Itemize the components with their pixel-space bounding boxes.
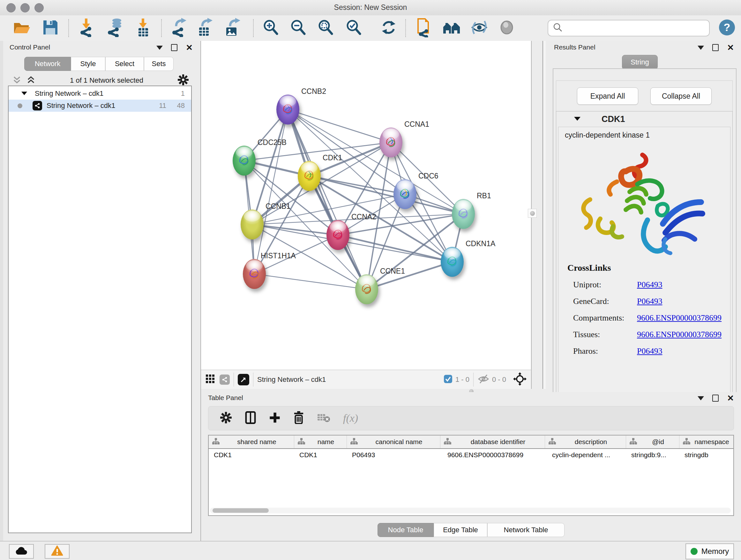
network-row-selected[interactable]: String Network – cdk1 11 48 (9, 100, 191, 112)
open-in-window-icon[interactable] (238, 374, 249, 385)
panel-close-icon[interactable]: ✕ (186, 44, 193, 51)
network-edge-CCNB2-CCNE1[interactable] (288, 110, 367, 289)
table-horizontal-scrollbar[interactable] (210, 508, 731, 513)
network-node-CCNE1[interactable] (355, 274, 378, 304)
zoom-selected-button[interactable] (343, 18, 364, 38)
entry-collapse-icon[interactable] (574, 116, 581, 123)
column-header-name[interactable]: name (294, 435, 347, 448)
import-network-button[interactable] (77, 18, 97, 38)
search-input[interactable] (565, 24, 709, 32)
show-columns-icon[interactable] (245, 411, 256, 425)
network-node-CDC25B[interactable] (232, 145, 256, 176)
cloud-status-button[interactable] (9, 544, 34, 559)
panel-menu-icon[interactable] (697, 396, 704, 400)
hide-panels-button[interactable] (469, 18, 489, 38)
network-edge-HIST1H1A-CCNE1[interactable] (254, 274, 367, 289)
panel-menu-icon[interactable] (697, 46, 704, 50)
home-button[interactable] (442, 18, 462, 38)
network-collection-row[interactable]: String Network – cdk1 1 (9, 87, 191, 100)
tab-network-table[interactable]: Network Table (487, 523, 564, 537)
import-table-button[interactable] (133, 18, 153, 38)
tab-string[interactable]: String (622, 55, 658, 70)
cell-database-identifier[interactable]: 9606.ENSP00000378699 (441, 449, 545, 462)
panel-close-icon[interactable]: ✕ (727, 44, 734, 51)
export-table-button[interactable] (195, 18, 215, 38)
crosslink-uniprot[interactable]: P06493 (637, 280, 662, 290)
network-options-gear-icon[interactable] (178, 74, 189, 87)
column-header-shared-name[interactable]: shared name (209, 435, 294, 448)
tree-expand-icon[interactable] (21, 89, 28, 98)
column-header-namespace[interactable]: namespace (679, 435, 733, 448)
tab-style[interactable]: Style (71, 57, 105, 71)
refresh-button[interactable] (379, 18, 399, 38)
crosslink-pharos[interactable]: P06493 (637, 347, 662, 356)
collapse-all-button[interactable]: Collapse All (650, 87, 712, 105)
open-session-button[interactable] (11, 18, 32, 38)
network-edge-CCNB2-RB1[interactable] (288, 110, 463, 214)
tab-network[interactable]: Network (24, 57, 71, 71)
network-node-CCNA2[interactable] (327, 220, 349, 250)
collapse-all-networks-icon[interactable] (12, 75, 22, 86)
crosslink-compartments[interactable]: 9606.ENSP00000378699 (637, 313, 722, 323)
scrollbar-thumb[interactable] (212, 508, 269, 513)
column-header-database-identifier[interactable]: database identifier (441, 435, 545, 448)
network-edge-CCNB2-CCNA1[interactable] (288, 110, 391, 142)
tab-sets[interactable]: Sets (144, 57, 174, 71)
crosslink-genecard[interactable]: P06493 (637, 297, 662, 306)
warnings-button[interactable] (45, 544, 70, 559)
cell-namespace[interactable]: stringdb (679, 449, 733, 462)
table-row[interactable]: CDK1 CDK1 P06493 9606.ENSP00000378699 cy… (209, 449, 733, 462)
network-node-RB1[interactable] (452, 199, 475, 229)
cell-description[interactable]: cyclin-dependent ... (545, 449, 626, 462)
network-node-CDC6[interactable] (394, 179, 416, 209)
export-image-button[interactable] (222, 18, 242, 38)
panel-float-icon[interactable] (712, 395, 719, 401)
birdseye-crosshair-icon[interactable] (513, 372, 527, 387)
import-database-button[interactable] (105, 18, 125, 38)
expand-all-networks-icon[interactable] (26, 75, 36, 86)
tab-node-table[interactable]: Node Table (378, 523, 434, 537)
network-node-CCNB1[interactable] (241, 209, 264, 240)
new-network-from-file-button[interactable] (414, 18, 434, 38)
network-edge-CCNA2-CDKN1A[interactable] (338, 235, 452, 262)
cell-canonical-name[interactable]: P06493 (347, 449, 441, 462)
delete-table-icon[interactable] (317, 412, 330, 424)
splitter-handle[interactable] (528, 209, 537, 218)
help-button[interactable]: ? (717, 18, 737, 38)
network-node-HIST1H1A[interactable] (243, 259, 266, 289)
network-edge-CDKN1A-CCNE1[interactable] (367, 262, 452, 289)
show-panels-button[interactable] (496, 18, 517, 38)
cell-name[interactable]: CDK1 (294, 449, 347, 462)
column-header-description[interactable]: description (545, 435, 626, 448)
network-edge-CCNB1-CCNA2[interactable] (252, 225, 338, 235)
expand-all-button[interactable]: Expand All (577, 87, 638, 105)
network-node-CCNB2[interactable] (276, 95, 299, 125)
cell-id[interactable]: stringdb:9... (626, 449, 679, 462)
memory-button[interactable]: Memory (685, 543, 734, 559)
delete-column-icon[interactable] (293, 411, 304, 425)
network-node-CCNA1[interactable] (380, 127, 402, 158)
network-share-icon[interactable] (219, 374, 230, 385)
network-node-CDK1[interactable] (298, 161, 321, 191)
add-column-icon[interactable] (269, 412, 280, 425)
zoom-in-button[interactable] (260, 18, 281, 38)
panel-close-icon[interactable]: ✕ (727, 395, 734, 401)
save-session-button[interactable] (40, 18, 61, 38)
panel-float-icon[interactable] (171, 44, 178, 51)
zoom-fit-button[interactable] (315, 18, 336, 38)
column-header-canonical-name[interactable]: canonical name (347, 435, 441, 448)
zoom-out-button[interactable] (288, 18, 308, 38)
column-header-id[interactable]: @id (626, 435, 679, 448)
tab-edge-table[interactable]: Edge Table (434, 523, 487, 537)
selected-checkbox-icon[interactable] (443, 374, 453, 385)
panel-float-icon[interactable] (712, 44, 719, 51)
network-node-CDKN1A[interactable] (441, 247, 464, 277)
network-canvas[interactable]: CCNB2CCNA1CDC25BCDK1CDC6RB1CCNB1CCNA2CDK… (201, 41, 532, 370)
hidden-eye-icon[interactable] (477, 374, 489, 385)
table-settings-gear-icon[interactable] (220, 412, 232, 425)
panel-menu-icon[interactable] (156, 46, 163, 50)
function-builder-icon[interactable]: f(x) (343, 412, 358, 424)
grid-view-icon[interactable] (205, 374, 215, 385)
crosslink-tissues[interactable]: 9606.ENSP00000378699 (637, 330, 722, 339)
tab-select[interactable]: Select (105, 57, 144, 71)
